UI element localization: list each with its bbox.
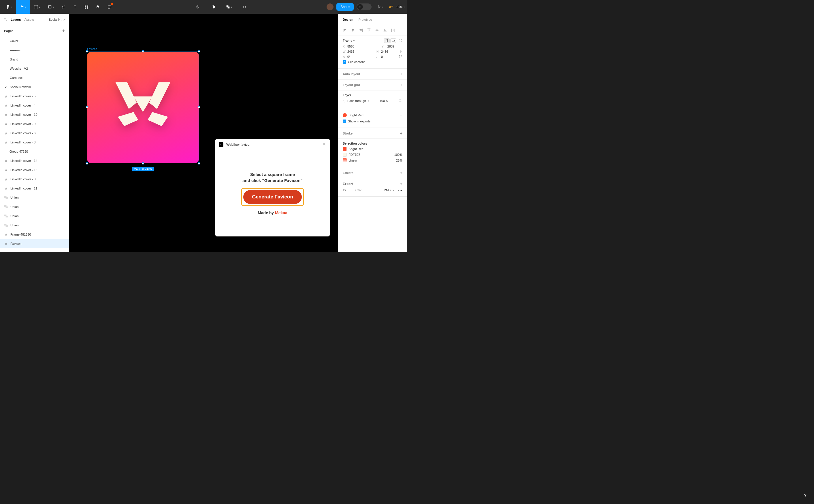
dev-mode-toggle[interactable] [357, 3, 372, 10]
color-swatch[interactable] [343, 147, 347, 151]
plugin-close-button[interactable] [322, 142, 326, 147]
selection-color-row[interactable]: Linear26% [343, 158, 402, 162]
add-effect[interactable]: + [400, 170, 402, 175]
resources-tool[interactable] [81, 0, 92, 14]
add-page-button[interactable]: + [62, 28, 65, 33]
project-dropdown[interactable]: Social N…▾ [49, 18, 65, 21]
fill-swatch[interactable] [343, 113, 347, 117]
layer-row[interactable]: LinkedIn cover - 6 [0, 128, 69, 138]
canvas[interactable]: Favicon 2436 × 2436 Webflow favicon [69, 14, 338, 252]
generate-favicon-button[interactable]: Generate Favicon [243, 190, 302, 204]
text-tool[interactable] [69, 0, 81, 14]
zoom-level[interactable]: 16%▾ [396, 5, 405, 9]
dev-mode-icon[interactable] [239, 0, 250, 14]
orientation-portrait[interactable] [384, 38, 390, 43]
missing-fonts-indicator[interactable]: A? [389, 5, 393, 9]
independent-corners-icon[interactable] [399, 55, 402, 58]
distribute-icon[interactable] [391, 28, 395, 32]
export-suffix[interactable]: Suffix [354, 188, 361, 192]
add-layout-grid[interactable]: + [400, 82, 402, 87]
page-row[interactable]: Brand [0, 55, 69, 64]
layer-row[interactable]: LinkedIn cover - 11 [0, 184, 69, 193]
add-stroke[interactable]: + [400, 131, 402, 136]
layer-row[interactable]: LinkedIn cover - 13 [0, 165, 69, 175]
resize-handle[interactable] [86, 162, 88, 164]
shape-tool[interactable]: ▾ [44, 0, 58, 14]
stroke-section[interactable]: Stroke+ [338, 128, 407, 139]
layer-row[interactable]: Union [0, 193, 69, 202]
selected-frame[interactable]: Favicon 2436 × 2436 [87, 52, 199, 163]
fill-style-name[interactable]: Bright Red [349, 113, 364, 117]
layout-grid-section[interactable]: Layout grid+ [338, 79, 407, 90]
export-options[interactable]: ••• [398, 188, 402, 192]
height-input[interactable] [381, 50, 397, 53]
page-row[interactable]: ---------- [0, 46, 69, 55]
resize-handle[interactable] [142, 50, 144, 52]
layer-row[interactable]: Union [0, 211, 69, 221]
add-export[interactable]: + [400, 181, 402, 186]
y-input[interactable] [386, 45, 402, 48]
add-auto-layout[interactable]: + [400, 71, 402, 76]
align-vcenter-icon[interactable] [375, 28, 379, 32]
opacity-input[interactable]: 100% [380, 99, 388, 103]
assets-tab[interactable]: Assets [24, 18, 34, 21]
color-swatch[interactable] [343, 153, 347, 157]
move-tool[interactable]: ▾ [16, 0, 30, 14]
layer-row[interactable]: Frame 481630 [0, 230, 69, 239]
component-insert[interactable] [192, 0, 204, 14]
effects-section[interactable]: Effects+ [338, 167, 407, 178]
pen-tool[interactable] [58, 0, 69, 14]
mask-tool[interactable] [208, 0, 219, 14]
layer-row[interactable]: LinkedIn cover - 4 [0, 101, 69, 110]
align-bottom-icon[interactable] [383, 28, 387, 32]
boolean-tool[interactable]: ▾ [223, 0, 235, 14]
hand-tool[interactable] [92, 0, 104, 14]
resize-handle[interactable] [142, 162, 144, 164]
resize-to-fit-icon[interactable] [398, 39, 402, 43]
layer-row[interactable]: LinkedIn cover - 8 [0, 175, 69, 184]
export-format[interactable]: PNG [384, 188, 391, 192]
layer-row[interactable]: LinkedIn cover - 14 [0, 156, 69, 165]
layer-row[interactable]: Group 47290 [0, 147, 69, 156]
layer-row[interactable]: Frame 481629 [0, 248, 69, 252]
resize-handle[interactable] [86, 50, 88, 52]
export-scale[interactable]: 1x [343, 188, 346, 192]
plugin-header[interactable]: Webflow favicon [215, 139, 330, 150]
selection-color-row[interactable]: FDF7E7100% [343, 153, 402, 157]
resize-handle[interactable] [198, 106, 200, 108]
align-right-icon[interactable] [359, 28, 363, 32]
present-button[interactable]: ▾ [374, 0, 386, 14]
resize-handle[interactable] [198, 162, 200, 164]
layer-row[interactable]: LinkedIn cover - 10 [0, 110, 69, 119]
align-left-icon[interactable] [343, 28, 347, 32]
show-in-exports-checkbox[interactable]: ✓ [343, 120, 346, 123]
comment-tool[interactable] [104, 0, 115, 14]
frame-label[interactable]: Favicon [87, 48, 97, 51]
selection-color-row[interactable]: Bright Red [343, 147, 402, 151]
align-hcenter-icon[interactable] [351, 28, 355, 32]
layers-tab[interactable]: Layers [11, 18, 21, 21]
page-row[interactable]: Social Network [0, 82, 69, 92]
user-avatar[interactable] [327, 3, 334, 10]
color-swatch[interactable] [343, 158, 347, 162]
frame-tool[interactable]: ▾ [30, 0, 44, 14]
layer-row[interactable]: LinkedIn cover - 9 [0, 119, 69, 128]
prototype-tab[interactable]: Prototype [359, 18, 372, 21]
blend-mode-dropdown[interactable]: Pass through [347, 99, 366, 103]
layer-row[interactable]: LinkedIn cover - 3 [0, 138, 69, 147]
x-input[interactable] [347, 45, 364, 48]
page-row[interactable]: Carousel [0, 73, 69, 82]
resize-handle[interactable] [86, 106, 88, 108]
page-row[interactable]: Website - V2 [0, 64, 69, 73]
width-input[interactable] [347, 50, 364, 53]
layer-row[interactable]: Union [0, 202, 69, 211]
frame-type-dropdown[interactable]: Frame [343, 39, 352, 42]
share-button[interactable]: Share [336, 3, 354, 11]
page-row[interactable]: Cover [0, 36, 69, 46]
rotation-input[interactable] [347, 55, 364, 58]
clip-content-checkbox[interactable]: ✓ [343, 60, 346, 64]
auto-layout-section[interactable]: Auto layout+ [338, 69, 407, 79]
layer-row[interactable]: Favicon [0, 239, 69, 248]
constrain-proportions-icon[interactable] [399, 50, 402, 53]
detach-style[interactable]: − [400, 113, 402, 118]
